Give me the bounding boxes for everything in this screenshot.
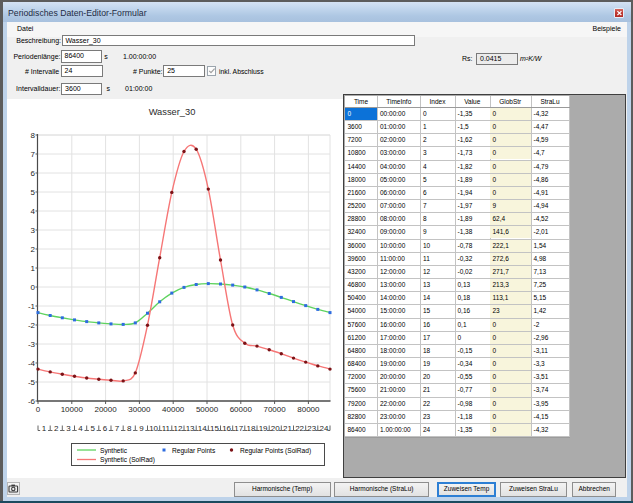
svg-text:8: 8: [127, 424, 132, 433]
svg-text:70000: 70000: [263, 405, 286, 414]
svg-text:2: 2: [54, 424, 59, 433]
svg-text:18: 18: [246, 424, 255, 433]
svg-text:12: 12: [173, 424, 182, 433]
svg-text:10000: 10000: [61, 405, 84, 414]
svg-text:20: 20: [271, 424, 280, 433]
svg-text:-5: -5: [28, 378, 36, 387]
svg-text:7: 7: [115, 424, 120, 433]
svg-text:14: 14: [198, 424, 207, 433]
svg-text:2: 2: [31, 245, 36, 254]
svg-text:13: 13: [186, 424, 195, 433]
svg-text:50000: 50000: [196, 405, 219, 414]
svg-text:24: 24: [319, 424, 328, 433]
svg-text:Synthetic: Synthetic: [100, 447, 128, 455]
svg-text:19: 19: [259, 424, 268, 433]
svg-text:3: 3: [31, 226, 36, 235]
svg-text:5: 5: [90, 424, 95, 433]
svg-text:20000: 20000: [94, 405, 117, 414]
svg-text:3: 3: [66, 424, 71, 433]
svg-text:0: 0: [36, 405, 41, 414]
svg-text:Wasser_30: Wasser_30: [149, 107, 196, 117]
svg-text:Regular Points (SolRad): Regular Points (SolRad): [240, 447, 311, 455]
svg-text:-3: -3: [28, 340, 36, 349]
svg-text:1: 1: [31, 264, 36, 273]
svg-text:-2: -2: [28, 321, 36, 330]
svg-text:5: 5: [31, 188, 36, 197]
svg-text:22: 22: [295, 424, 304, 433]
svg-text:9: 9: [139, 424, 144, 433]
svg-text:4: 4: [31, 207, 36, 216]
svg-text:16: 16: [222, 424, 231, 433]
svg-text:15: 15: [210, 424, 219, 433]
svg-text:23: 23: [307, 424, 316, 433]
svg-text:7: 7: [31, 150, 36, 159]
svg-text:6: 6: [31, 169, 36, 178]
svg-text:Synthetic (SolRad): Synthetic (SolRad): [100, 456, 155, 464]
svg-text:40000: 40000: [162, 405, 185, 414]
svg-text:-4: -4: [28, 359, 36, 368]
svg-text:4: 4: [78, 424, 83, 433]
svg-text:60000: 60000: [230, 405, 253, 414]
svg-text:-6: -6: [28, 397, 36, 406]
svg-text:17: 17: [234, 424, 243, 433]
svg-text:8: 8: [31, 131, 36, 140]
svg-text:30000: 30000: [128, 405, 151, 414]
svg-text:1: 1: [42, 424, 47, 433]
svg-text:Regular Points: Regular Points: [172, 447, 216, 455]
svg-text:21: 21: [283, 424, 292, 433]
svg-text:6: 6: [103, 424, 108, 433]
svg-text:11: 11: [162, 424, 171, 433]
svg-text:-1: -1: [28, 302, 36, 311]
svg-text:0: 0: [31, 283, 36, 292]
svg-text:10: 10: [149, 424, 158, 433]
svg-text:80000: 80000: [297, 405, 320, 414]
